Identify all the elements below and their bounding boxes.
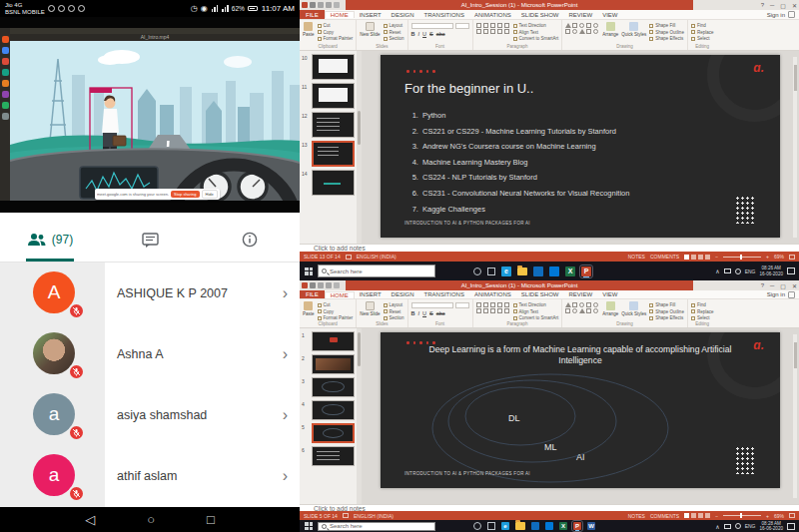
participant-row[interactable]: Ashna A › [0, 323, 300, 384]
save-icon[interactable] [310, 282, 316, 288]
align-text-button[interactable]: Align Text [513, 309, 559, 314]
close-button[interactable]: ✕ [792, 282, 797, 289]
action-center-icon[interactable] [787, 267, 795, 274]
title-bar[interactable]: AI_Intro_Session (1) - Microsoft PowerPo… [300, 280, 799, 290]
paste-button[interactable]: Paste [303, 21, 315, 37]
save-icon[interactable] [310, 2, 316, 8]
zoom-in-button[interactable]: + [766, 254, 769, 260]
sign-in[interactable]: Sign in [767, 291, 795, 298]
taskbar-search[interactable]: Search here [318, 522, 435, 531]
replace-button[interactable]: Replace [691, 309, 714, 314]
align-text-button[interactable]: Align Text [513, 30, 559, 35]
clock[interactable]: 08:28 AM 16-06-2020 [760, 521, 784, 532]
thumbnail-14[interactable]: 14 [302, 170, 362, 196]
shared-screen-video[interactable]: AI_Intro.mp4 [0, 17, 300, 213]
zoom-in-button[interactable]: + [766, 513, 769, 519]
edge-icon[interactable]: e [501, 522, 509, 530]
help-button[interactable]: ? [761, 282, 764, 288]
zoom-out-button[interactable]: − [715, 513, 718, 519]
edge-icon[interactable]: e [501, 266, 511, 276]
tab-home[interactable]: HOME [325, 291, 355, 298]
copy-button[interactable]: Copy [318, 30, 354, 35]
zoom-percent[interactable]: 69% [774, 513, 784, 519]
redo-icon[interactable] [326, 282, 332, 288]
shape-fill-button[interactable]: Shape Fill [649, 23, 684, 28]
store-icon[interactable] [531, 522, 539, 530]
shape-effects-button[interactable]: Shape Effects [649, 36, 684, 41]
language[interactable]: ENGLISH (INDIA) [357, 254, 397, 260]
recents-button[interactable]: □ [207, 512, 215, 527]
quick-access-toolbar[interactable] [302, 282, 340, 288]
paste-button[interactable]: Paste [303, 300, 315, 316]
cortana-icon[interactable] [473, 267, 481, 275]
notes-toggle[interactable]: NOTES [628, 513, 645, 519]
slide-title[interactable]: For the beginner in U.. [404, 81, 533, 96]
arrange-button[interactable]: Arrange [602, 21, 618, 37]
tab-animations[interactable]: ANIMATIONS [469, 291, 516, 297]
paragraph-buttons[interactable] [476, 21, 510, 34]
slide-thumbnails-panel[interactable]: 10 11 12 13 14 [300, 51, 362, 244]
keyboard-icon[interactable] [724, 524, 731, 529]
thumbnail-5-selected[interactable]: 5 [302, 423, 362, 443]
stop-sharing-button[interactable]: Stop sharing [171, 191, 199, 198]
select-button[interactable]: Select [691, 36, 714, 41]
slide-editing-area[interactable]: ɑ. Deep Learning is a form of Machine Le… [368, 328, 799, 504]
zoom-slider[interactable] [723, 257, 761, 258]
tab-file[interactable]: FILE [300, 10, 325, 19]
app-icon[interactable] [2, 102, 9, 109]
home-button[interactable]: ○ [147, 512, 155, 527]
format-painter-button[interactable]: Format Painter [318, 36, 354, 41]
participant-row[interactable]: a athif aslam › [0, 445, 300, 506]
section-button[interactable]: Section [384, 36, 404, 41]
text-direction-button[interactable]: Text Direction [513, 23, 559, 28]
participant-row[interactable]: A ASHIQUE K P 2007 › [0, 263, 300, 323]
reset-button[interactable]: Reset [384, 309, 404, 314]
cut-button[interactable]: Cut [318, 302, 354, 307]
thumbnail-1[interactable]: 1 [302, 331, 362, 351]
slide-canvas[interactable]: ɑ. Deep Learning is a form of Machine Le… [381, 332, 780, 488]
hide-button[interactable]: Hide [202, 190, 218, 199]
app-icon[interactable] [2, 69, 9, 76]
quick-styles-button[interactable]: Quick Styles [621, 21, 646, 37]
mail-icon[interactable] [549, 266, 559, 276]
font-size-box[interactable] [455, 302, 469, 308]
shape-fill-button[interactable]: Shape Fill [649, 302, 684, 307]
italic-button[interactable]: I [418, 310, 420, 316]
tab-insert[interactable]: INSERT [355, 12, 387, 18]
excel-icon[interactable]: X [565, 266, 575, 276]
comments-toggle[interactable]: COMMENTS [650, 513, 679, 519]
thumbnail-scrollbar[interactable] [357, 51, 362, 244]
app-icon[interactable] [2, 58, 9, 65]
ubuntu-icon[interactable] [2, 36, 9, 43]
comments-toggle[interactable]: COMMENTS [650, 254, 679, 260]
thumbnail-scrollbar[interactable] [357, 328, 362, 504]
taskbar-search[interactable]: Search here [318, 265, 435, 277]
task-view-icon[interactable] [487, 267, 495, 275]
tab-file[interactable]: FILE [300, 290, 325, 298]
tab-participants[interactable]: (97) [0, 218, 100, 262]
sign-in[interactable]: Sign in [767, 11, 795, 18]
back-button[interactable]: ◁ [85, 512, 95, 527]
notes-pane[interactable]: Click to add notes [300, 244, 799, 252]
tab-transitions[interactable]: TRANSITIONS [419, 291, 469, 297]
action-center-icon[interactable] [787, 523, 795, 530]
tab-slideshow[interactable]: SLIDE SHOW [516, 12, 564, 18]
app-icon[interactable] [2, 113, 9, 120]
slide-canvas[interactable]: ɑ. For the beginner in U.. Python CS221 … [381, 55, 780, 238]
participant-row[interactable]: a asiya shamshad › [0, 384, 300, 445]
tab-animations[interactable]: ANIMATIONS [469, 12, 516, 18]
thumbnail-10[interactable]: 10 [302, 54, 362, 80]
slideshow-icon[interactable] [334, 282, 340, 288]
thumbnail-13-selected[interactable]: 13 [302, 141, 362, 167]
keyboard-icon[interactable] [724, 268, 731, 273]
thumbnail-11[interactable]: 11 [302, 83, 362, 109]
input-language[interactable]: ENG [745, 268, 756, 274]
restore-button[interactable]: ▢ [780, 282, 786, 289]
app-icon[interactable] [2, 80, 9, 87]
reset-button[interactable]: Reset [384, 30, 404, 35]
chevron-right-icon[interactable]: › [283, 323, 288, 384]
new-slide-button[interactable]: New Slide [360, 21, 380, 37]
tab-view[interactable]: VIEW [597, 12, 622, 18]
fit-slide-icon[interactable] [789, 513, 795, 518]
italic-button[interactable]: I [418, 31, 420, 37]
